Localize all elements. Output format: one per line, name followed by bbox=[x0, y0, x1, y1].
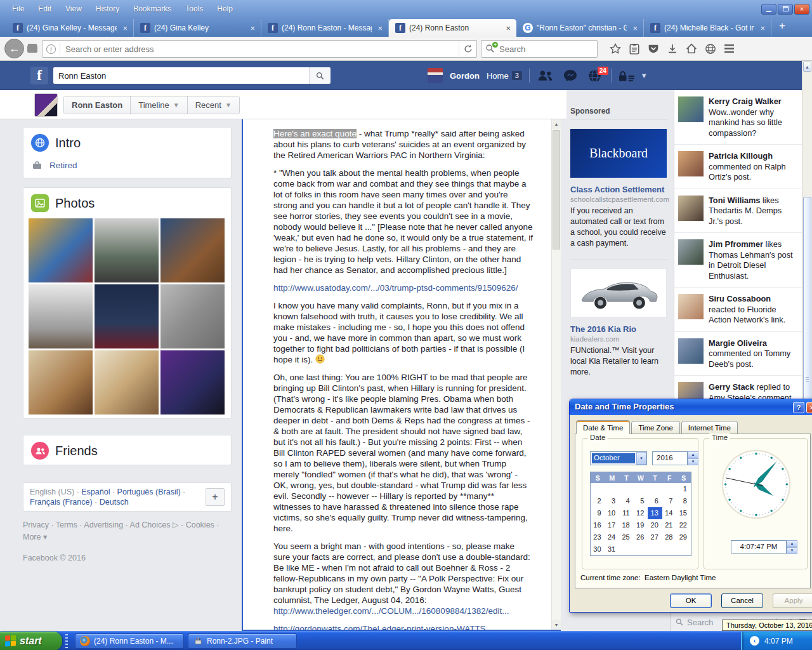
friend-requests-icon[interactable] bbox=[537, 66, 554, 85]
menu-help[interactable]: Help bbox=[211, 3, 239, 15]
intro-work[interactable]: Retired bbox=[49, 161, 77, 170]
calendar-day[interactable] bbox=[605, 483, 620, 495]
tab-close-icon[interactable]: × bbox=[631, 23, 639, 33]
month-select[interactable]: October ▼ bbox=[590, 451, 647, 465]
dialog-help-button[interactable]: ? bbox=[793, 402, 804, 413]
facebook-logo[interactable]: f bbox=[30, 67, 48, 84]
menu-tools[interactable]: Tools bbox=[180, 3, 209, 15]
profile-photo-1[interactable] bbox=[29, 218, 93, 282]
reload-icon[interactable] bbox=[459, 41, 476, 57]
language-link[interactable]: Deutsch bbox=[100, 498, 129, 507]
language-link[interactable]: English (US) bbox=[30, 488, 74, 496]
calendar-day[interactable] bbox=[662, 543, 677, 555]
calendar-day[interactable] bbox=[591, 483, 605, 495]
page-actions-icon[interactable] bbox=[27, 45, 37, 53]
language-link[interactable]: Português (Brasil) bbox=[117, 488, 181, 496]
language-link[interactable]: Français (France) bbox=[30, 498, 93, 507]
site-info-icon[interactable]: i bbox=[46, 44, 56, 54]
calendar-day[interactable]: 12 bbox=[634, 507, 648, 519]
calendar-day[interactable] bbox=[648, 543, 662, 555]
ad-title[interactable]: Class Action Settlement bbox=[570, 185, 668, 194]
profile-photo-7[interactable] bbox=[29, 350, 93, 415]
calendar-day[interactable] bbox=[619, 543, 634, 555]
browser-search-input[interactable] bbox=[499, 44, 575, 54]
profile-photo-3[interactable] bbox=[160, 218, 225, 282]
friends-title[interactable]: Friends bbox=[55, 444, 98, 458]
time-spinner[interactable]: ▲▼ bbox=[787, 540, 797, 554]
account-menu-caret-icon[interactable]: ▼ bbox=[641, 72, 648, 79]
taskbar-clock[interactable]: 4:07 PM bbox=[764, 637, 793, 646]
photos-title[interactable]: Photos bbox=[55, 196, 95, 211]
scroll-down-icon[interactable]: ▼ bbox=[552, 620, 561, 630]
timeline-dropdown[interactable]: Timeline▼ bbox=[131, 96, 188, 114]
calendar-day[interactable]: 11 bbox=[619, 507, 634, 519]
dialog-tab[interactable]: Internet Time bbox=[681, 421, 738, 435]
profile-photo-6[interactable] bbox=[160, 284, 225, 348]
new-tab-button[interactable]: + bbox=[771, 20, 793, 35]
combo-dropdown-icon[interactable]: ▼ bbox=[636, 452, 646, 465]
window-minimize-button[interactable] bbox=[761, 4, 776, 15]
calendar-day[interactable]: 9 bbox=[591, 507, 605, 519]
add-language-button[interactable]: + bbox=[206, 488, 225, 506]
tab-close-icon[interactable]: × bbox=[376, 23, 384, 33]
apply-button[interactable]: Apply bbox=[773, 594, 812, 608]
downloads-icon[interactable] bbox=[664, 40, 681, 57]
calendar-day[interactable]: 19 bbox=[634, 519, 648, 531]
scroll-up-icon[interactable]: ▲ bbox=[552, 119, 561, 129]
hamburger-menu-icon[interactable] bbox=[721, 40, 738, 57]
calendar-day[interactable]: 2 bbox=[591, 495, 605, 507]
profile-photo-2[interactable] bbox=[95, 218, 159, 282]
url-input[interactable] bbox=[60, 43, 459, 55]
calendar-day[interactable]: 20 bbox=[648, 519, 662, 531]
calendar-day[interactable]: 10 bbox=[605, 507, 620, 519]
calendar-day[interactable]: 25 bbox=[619, 531, 634, 543]
taskbar-item-paint[interactable]: Ronn-2.JPG - Paint bbox=[188, 633, 297, 649]
calendar-day[interactable]: 21 bbox=[662, 519, 677, 531]
ad-image[interactable] bbox=[570, 269, 667, 317]
ad-blackboard[interactable]: Blackboard Class Action Settlement schoo… bbox=[570, 129, 668, 249]
calendar-day[interactable]: 8 bbox=[676, 495, 691, 507]
calendar-day[interactable]: 31 bbox=[605, 543, 620, 555]
calendar-day[interactable]: 28 bbox=[662, 531, 677, 543]
calendar-day[interactable] bbox=[619, 483, 634, 495]
profile-thumbnail[interactable] bbox=[34, 93, 58, 117]
calendar-day[interactable] bbox=[662, 483, 677, 495]
home-icon[interactable] bbox=[683, 40, 700, 57]
user-avatar[interactable] bbox=[428, 68, 443, 83]
calendar-day[interactable]: 24 bbox=[605, 531, 620, 543]
ticker-item[interactable]: Toni Williams likes Thedartis M. Demps J… bbox=[674, 189, 802, 234]
calendar-day[interactable]: 30 bbox=[591, 543, 605, 555]
calendar-day[interactable]: 29 bbox=[676, 531, 691, 543]
taskbar-item-firefox[interactable]: (24) Ronn Easton - M... bbox=[75, 633, 184, 649]
menu-history[interactable]: History bbox=[90, 3, 125, 15]
ticker-item[interactable]: Jim Pfrommer likes Thomas Lehman's post … bbox=[674, 233, 802, 288]
post-link[interactable]: http://gordonwatts.com/TheLedger-print-v… bbox=[273, 624, 493, 631]
calendar-day[interactable]: 27 bbox=[648, 531, 662, 543]
calendar-day[interactable]: 17 bbox=[605, 519, 620, 531]
calendar-day[interactable]: 6 bbox=[648, 495, 662, 507]
facebook-search-button[interactable] bbox=[309, 67, 331, 84]
start-button[interactable]: start bbox=[0, 632, 62, 650]
profile-link[interactable]: Gordon bbox=[450, 71, 480, 81]
home-link[interactable]: Home bbox=[487, 71, 509, 81]
calendar-day[interactable]: 13 bbox=[648, 507, 662, 519]
profile-name-button[interactable]: Ronn Easton bbox=[64, 96, 131, 114]
calendar-day[interactable]: 1 bbox=[676, 483, 691, 495]
ticker-item[interactable]: Siru Cossaboon reacted to Fluoride Actio… bbox=[674, 288, 802, 332]
calendar-day[interactable]: 22 bbox=[676, 519, 691, 531]
tray-collapse-icon[interactable]: ‹ bbox=[750, 636, 759, 646]
calendar-day[interactable] bbox=[676, 543, 691, 555]
language-link[interactable]: Español bbox=[81, 488, 110, 496]
menu-file[interactable]: File bbox=[6, 3, 30, 15]
calendar-day[interactable]: 18 bbox=[619, 519, 634, 531]
dialog-titlebar[interactable]: Date and Time Properties ? × bbox=[570, 399, 812, 415]
back-button[interactable]: ← bbox=[4, 39, 24, 58]
ad-kia[interactable]: The 2016 Kia Rio kiadealers.com FUNction… bbox=[570, 269, 668, 378]
url-bar[interactable]: i bbox=[42, 40, 477, 58]
calendar-day[interactable]: 26 bbox=[634, 531, 648, 543]
browser-tab[interactable]: f(24) Ronn Easton× bbox=[389, 19, 516, 37]
calendar-day[interactable] bbox=[634, 483, 648, 495]
profile-photo-5[interactable] bbox=[95, 284, 159, 348]
ok-button[interactable]: OK bbox=[670, 594, 712, 608]
post-scrollbar[interactable]: ▲ ▼ bbox=[551, 119, 561, 630]
